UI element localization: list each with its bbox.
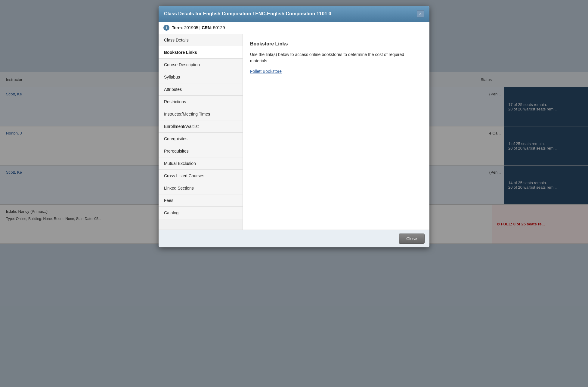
- sidebar-item-fees[interactable]: Fees: [159, 194, 243, 207]
- info-icon: i: [163, 25, 169, 31]
- sidebar-item-attributes[interactable]: Attributes: [159, 83, 243, 96]
- content-description: Use the link(s) below to access online b…: [250, 51, 422, 64]
- sidebar-item-instructor-meeting-times[interactable]: Instructor/Meeting Times: [159, 108, 243, 120]
- modal-header: Class Details for English Composition I …: [159, 6, 429, 22]
- modal-overlay: Class Details for English Composition I …: [0, 0, 588, 387]
- modal-sidebar: Class Details Bookstore Links Course Des…: [159, 34, 243, 230]
- modal-title: Class Details for English Composition I …: [164, 11, 331, 17]
- modal-footer: Close: [159, 230, 429, 247]
- follett-bookstore-link[interactable]: Follett Bookstore: [250, 69, 282, 74]
- sidebar-item-cross-listed-courses[interactable]: Cross Listed Courses: [159, 170, 243, 182]
- sidebar-item-catalog[interactable]: Catalog: [159, 207, 243, 219]
- modal-close-x-button[interactable]: ×: [417, 10, 424, 17]
- sidebar-item-mutual-exclusion[interactable]: Mutual Exclusion: [159, 157, 243, 170]
- sidebar-item-linked-sections[interactable]: Linked Sections: [159, 182, 243, 194]
- sidebar-item-restrictions[interactable]: Restrictions: [159, 96, 243, 108]
- sidebar-item-prerequisites[interactable]: Prerequisites: [159, 145, 243, 157]
- sidebar-item-bookstore-links[interactable]: Bookstore Links: [159, 46, 243, 59]
- class-details-modal: Class Details for English Composition I …: [159, 6, 429, 247]
- sidebar-item-corequisites[interactable]: Corequisites: [159, 133, 243, 145]
- term-crn-row: i Term: 201905 | CRN: 50129: [159, 22, 429, 34]
- sidebar-item-class-details[interactable]: Class Details: [159, 34, 243, 46]
- term-label: Term: 201905 | CRN: 50129: [172, 25, 225, 30]
- sidebar-item-syllabus[interactable]: Syllabus: [159, 71, 243, 83]
- modal-content-area: Bookstore Links Use the link(s) below to…: [243, 34, 429, 230]
- close-button[interactable]: Close: [399, 234, 425, 244]
- sidebar-item-enrollment-waitlist[interactable]: Enrollment/Waitlist: [159, 120, 243, 133]
- content-title: Bookstore Links: [250, 41, 422, 47]
- sidebar-item-course-description[interactable]: Course Description: [159, 59, 243, 71]
- modal-body: Class Details Bookstore Links Course Des…: [159, 34, 429, 230]
